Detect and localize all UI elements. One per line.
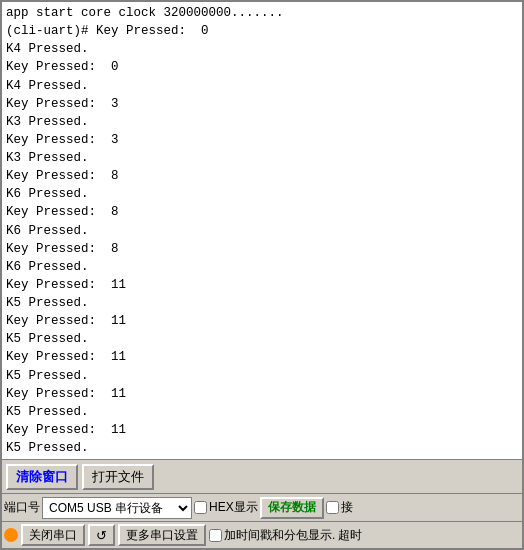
port-select[interactable]: COM5 USB 串行设备 [42,497,192,519]
terminal-line: K3 Pressed. [6,113,518,131]
chao-label: 超时 [338,527,362,544]
bottom-bar: 关闭串口 ↺ 更多串口设置 加时间戳和分包显示. 超时 [2,522,522,548]
terminal-line: K3 Pressed. [6,149,518,167]
terminal-line: Key Pressed: 0 [6,58,518,76]
terminal-line: K4 Pressed. [6,77,518,95]
terminal-line: Key Pressed: 8 [6,240,518,258]
save-data-button[interactable]: 保存数据 [260,497,324,519]
toolbar-row: 清除窗口 打开文件 [2,460,522,494]
terminal-line: Key Pressed: 8 [6,203,518,221]
connect-label: 接 [341,499,353,516]
terminal-line: Key Pressed: 3 [6,95,518,113]
hex-checkbox[interactable] [194,501,207,514]
connect-checkbox[interactable] [326,501,339,514]
time-label: 加时间戳和分包显示. [224,527,335,544]
terminal-line: Key Pressed: 8 [6,167,518,185]
terminal-line: Key Pressed: 11 [6,348,518,366]
time-checkbox[interactable] [209,529,222,542]
terminal-line: Key Pressed: 11 [6,385,518,403]
status-bar: 端口号 COM5 USB 串行设备 HEX显示 保存数据 接 [2,494,522,522]
terminal-line: K5 Pressed. [6,367,518,385]
close-port-button[interactable]: 关闭串口 [21,524,85,546]
hex-checkbox-group: HEX显示 [194,499,258,516]
terminal-line: (cli-uart)# Key Pressed: 0 [6,22,518,40]
terminal-line: app start core clock 320000000....... [6,4,518,22]
terminal-line: K5 Pressed. [6,330,518,348]
more-ports-button[interactable]: 更多串口设置 [118,524,206,546]
terminal-line: Key Pressed: 11 [6,312,518,330]
terminal-output: app start core clock 320000000.......(cl… [2,2,522,460]
status-circle-icon [4,528,18,542]
open-file-button[interactable]: 打开文件 [82,464,154,490]
terminal-line: K5 Pressed. [6,403,518,421]
connect-checkbox-group: 接 [326,499,353,516]
close-port-label: 关闭串口 [29,527,77,544]
terminal-line: Key Pressed: 11 [6,276,518,294]
terminal-line: Key Pressed: 11 [6,421,518,439]
time-checkbox-group: 加时间戳和分包显示. [209,527,335,544]
refresh-button[interactable]: ↺ [88,524,115,546]
terminal-line: Key Pressed: 3 [6,131,518,149]
terminal-line: K4 Pressed. [6,40,518,58]
main-container: app start core clock 320000000.......(cl… [0,0,524,550]
hex-label: HEX显示 [209,499,258,516]
port-label: 端口号 [4,499,40,516]
terminal-line: K6 Pressed. [6,222,518,240]
terminal-line: K5 Pressed. [6,439,518,457]
refresh-icon: ↺ [96,528,107,543]
terminal-line: K6 Pressed. [6,258,518,276]
terminal-line: K6 Pressed. [6,185,518,203]
terminal-line: K5 Pressed. [6,294,518,312]
clear-window-button[interactable]: 清除窗口 [6,464,78,490]
